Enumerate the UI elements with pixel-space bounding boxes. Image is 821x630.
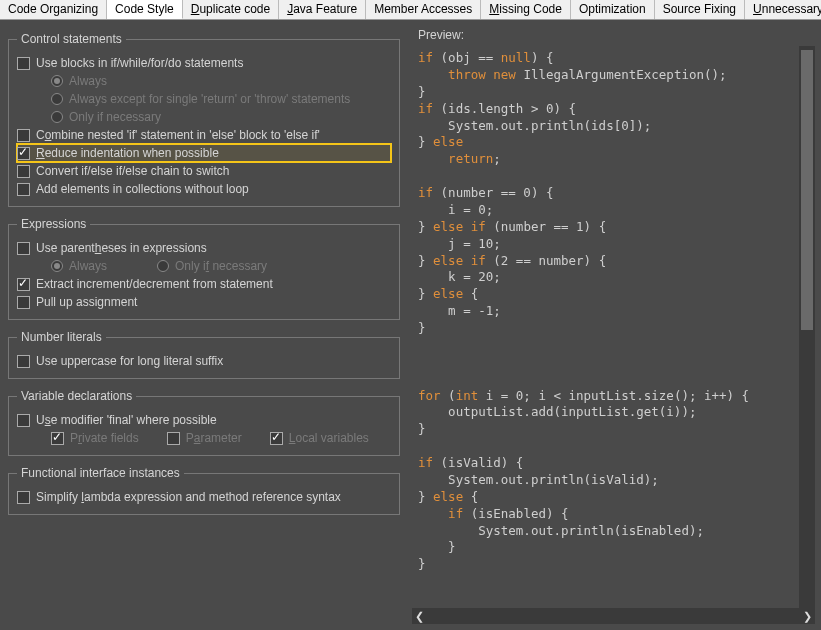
simplify-lambda-checkbox[interactable] — [17, 491, 30, 504]
group-legend: Expressions — [17, 217, 90, 231]
reduce-indent-checkbox[interactable] — [17, 147, 30, 160]
radio-only-if — [51, 111, 63, 123]
parameter-checkbox — [167, 432, 180, 445]
group-expressions: Expressions Use parentheses in expressio… — [8, 217, 400, 320]
radio-always — [51, 75, 63, 87]
radio-paren-always — [51, 260, 63, 272]
use-blocks-checkbox[interactable] — [17, 57, 30, 70]
paren-label: Use parentheses in expressions — [36, 241, 207, 255]
add-elements-checkbox[interactable] — [17, 183, 30, 196]
reduce-indent-label: Reduce indentation when possible — [36, 146, 219, 160]
radio-only-if-label: Only if necessary — [69, 110, 161, 124]
uppercase-suffix-label: Use uppercase for long literal suffix — [36, 354, 223, 368]
tab-missing-code[interactable]: Missing Code — [481, 0, 571, 19]
add-elements-label: Add elements in collections without loop — [36, 182, 249, 196]
final-label: Use modifier 'final' where possible — [36, 413, 217, 427]
group-legend: Control statements — [17, 32, 126, 46]
tab-duplicate-code[interactable]: Duplicate code — [183, 0, 279, 19]
pull-assign-checkbox[interactable] — [17, 296, 30, 309]
convert-switch-checkbox[interactable] — [17, 165, 30, 178]
tab-unnecessary-code[interactable]: Unnecessary Code — [745, 0, 821, 19]
vertical-scrollbar[interactable] — [799, 46, 815, 608]
tabbar: Code OrganizingCode StyleDuplicate codeJ… — [0, 0, 821, 20]
extract-inc-label: Extract increment/decrement from stateme… — [36, 277, 273, 291]
group-variable-declarations: Variable declarations Use modifier 'fina… — [8, 389, 400, 456]
group-legend: Functional interface instances — [17, 466, 184, 480]
group-number-literals: Number literals Use uppercase for long l… — [8, 330, 400, 379]
tab-member-accesses[interactable]: Member Accesses — [366, 0, 481, 19]
radio-paren-only-label: Only if necessary — [175, 259, 267, 273]
private-fields-label: Private fields — [70, 431, 139, 445]
tab-code-organizing[interactable]: Code Organizing — [0, 0, 107, 19]
radio-paren-only — [157, 260, 169, 272]
local-vars-checkbox — [270, 432, 283, 445]
horizontal-scrollbar[interactable]: ❮ ❯ — [412, 608, 815, 624]
final-checkbox[interactable] — [17, 414, 30, 427]
tab-optimization[interactable]: Optimization — [571, 0, 655, 19]
group-control-statements: Control statements Use blocks in if/whil… — [8, 32, 400, 207]
scroll-left-icon[interactable]: ❮ — [415, 610, 424, 623]
group-functional-interface: Functional interface instances Simplify … — [8, 466, 400, 515]
scroll-right-icon[interactable]: ❯ — [803, 610, 812, 623]
preview-pane: Preview: if (obj == null) { throw new Il… — [412, 26, 815, 624]
private-fields-checkbox — [51, 432, 64, 445]
paren-checkbox[interactable] — [17, 242, 30, 255]
radio-paren-always-label: Always — [69, 259, 107, 273]
simplify-lambda-label: Simplify lambda expression and method re… — [36, 490, 341, 504]
preview-label: Preview: — [412, 26, 815, 46]
preview-code: if (obj == null) { throw new IllegalArgu… — [412, 46, 799, 608]
tab-source-fixing[interactable]: Source Fixing — [655, 0, 745, 19]
tab-java-feature[interactable]: Java Feature — [279, 0, 366, 19]
parameter-label: Parameter — [186, 431, 242, 445]
combine-nested-checkbox[interactable] — [17, 129, 30, 142]
extract-inc-checkbox[interactable] — [17, 278, 30, 291]
pull-assign-label: Pull up assignment — [36, 295, 137, 309]
radio-except — [51, 93, 63, 105]
tab-code-style[interactable]: Code Style — [107, 0, 183, 19]
use-blocks-label: Use blocks in if/while/for/do statements — [36, 56, 243, 70]
radio-always-label: Always — [69, 74, 107, 88]
group-legend: Variable declarations — [17, 389, 136, 403]
group-legend: Number literals — [17, 330, 106, 344]
radio-except-label: Always except for single 'return' or 'th… — [69, 92, 350, 106]
uppercase-suffix-checkbox[interactable] — [17, 355, 30, 368]
settings-pane: Control statements Use blocks in if/whil… — [6, 26, 406, 624]
convert-switch-label: Convert if/else if/else chain to switch — [36, 164, 229, 178]
local-vars-label: Local variables — [289, 431, 369, 445]
combine-nested-label: Combine nested 'if' statement in 'else' … — [36, 128, 320, 142]
